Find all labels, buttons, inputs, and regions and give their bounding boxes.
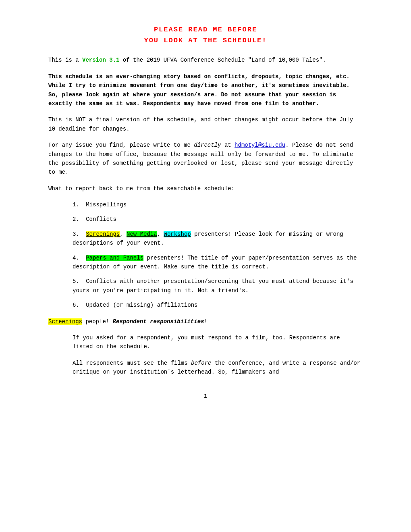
before-italic: before [191, 360, 211, 366]
workshop-label-3: Workshop [164, 231, 191, 237]
contact-before: For any issue you find, please write to … [48, 142, 194, 148]
screenings-label-heading: Screenings [48, 318, 82, 325]
email-link[interactable]: hdmotyl@siu.edu [235, 142, 285, 148]
list-text-6: Updated (or missing) affiliations [86, 302, 197, 308]
bold-paragraph: This schedule is an ever-changing story … [48, 72, 363, 108]
list-text-1: Misspellings [86, 202, 127, 208]
contact-italic: directly [194, 142, 221, 148]
list-number-6: 6. [73, 302, 79, 308]
screenings-label-3: Screenings [86, 231, 120, 237]
list-number-3: 3. [73, 231, 79, 237]
contact-paragraph: For any issue you find, please write to … [48, 141, 363, 177]
main-title: PLEASE READ ME BEFORE YOU LOOK AT THE SC… [48, 24, 363, 46]
version-highlight: Version 3.1 [82, 57, 119, 63]
list-item-3: 3. Screenings, New Media, Workshop prese… [73, 230, 363, 248]
list-item-6: 6. Updated (or missing) affiliations [73, 301, 363, 310]
report-label: What to report back to me from the searc… [48, 184, 363, 193]
respondent-responsibilities: Respondent responsibilities [113, 318, 204, 325]
list-number-2: 2. [73, 216, 79, 222]
list-number-4: 4. [73, 255, 79, 261]
contact-after: at [221, 142, 235, 148]
not-final-paragraph: This is NOT a final version of the sched… [48, 115, 363, 133]
heading-text: people! [82, 318, 113, 325]
intro-text-before: This is a [48, 57, 82, 63]
title-line1: PLEASE READ ME BEFORE [154, 26, 257, 33]
list-text-2: Conflicts [86, 216, 116, 222]
screenings-para2: All respondents must see the films befor… [73, 359, 363, 377]
list-number-5: 5. [73, 278, 79, 285]
screenings-heading: Screenings people! Respondent responsibi… [48, 317, 363, 326]
page: PLEASE READ ME BEFORE YOU LOOK AT THE SC… [48, 24, 363, 508]
papers-panels-label: Papers and Panels [86, 255, 143, 261]
list-item-5: 5. Conflicts with another presentation/s… [73, 277, 363, 295]
list-item-1: 1. Misspellings [73, 200, 363, 209]
page-number: 1 [48, 393, 363, 399]
list-text-5: Conflicts with another presentation/scre… [73, 278, 353, 293]
list-number-1: 1. [73, 202, 79, 208]
indented-section: If you asked for a respondent, you must … [73, 333, 363, 377]
list-item-4: 4. Papers and Panels presenters! The tit… [73, 254, 363, 272]
title-line2: YOU LOOK AT THE SCHEDULE! [144, 37, 267, 44]
intro-paragraph: This is a Version 3.1 of the 2019 UFVA C… [48, 56, 363, 64]
new-media-label-3: New Media [127, 231, 157, 237]
list-item-2: 2. Conflicts [73, 215, 363, 224]
heading-end: ! [204, 318, 207, 325]
intro-text-after: of the 2019 UFVA Conference Schedule "La… [119, 57, 326, 63]
screenings-para1: If you asked for a respondent, you must … [73, 333, 363, 351]
screenings-para2-rest: the conference, and write a response and… [73, 360, 360, 375]
list-container: 1. Misspellings 2. Conflicts 3. Screenin… [73, 200, 363, 310]
